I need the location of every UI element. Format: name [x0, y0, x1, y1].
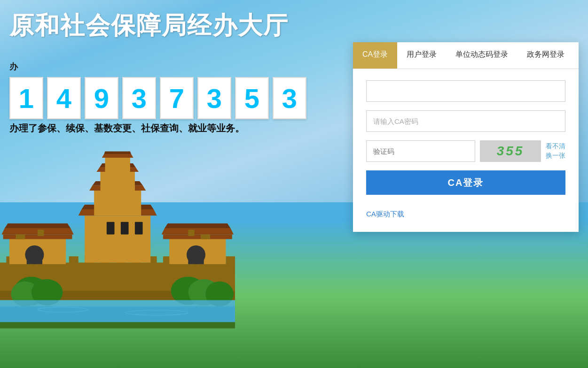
svg-rect-30 [107, 222, 115, 235]
svg-rect-42 [163, 235, 232, 239]
ca-download-link[interactable]: CA驱动下载 [366, 210, 404, 218]
svg-marker-28 [102, 154, 133, 158]
counter-section: 办 1 4 9 3 7 3 5 3 [9, 61, 306, 119]
captcha-row: 355 看不清 换一张 [366, 140, 565, 162]
tab-unit[interactable]: 单位动态码登录 [446, 42, 517, 69]
captcha-image[interactable]: 355 [480, 140, 541, 162]
tab-gov[interactable]: 政务网登录 [517, 42, 574, 69]
svg-rect-38 [38, 230, 44, 236]
tab-bar: CA登录 用户登录 单位动态码登录 政务网登录 [353, 42, 579, 69]
svg-rect-59 [0, 322, 235, 328]
tab-user[interactable]: 用户登录 [397, 42, 446, 69]
svg-rect-45 [201, 235, 210, 239]
counter-digits: 1 4 9 3 7 3 5 3 [9, 77, 306, 119]
subtitle-text: 办理了参保、续保、基数变更、社保查询、就业等业务。 [9, 122, 244, 135]
page-title: 原和社会保障局经办大厅 [9, 9, 289, 42]
ca-cert-input[interactable] [366, 80, 565, 102]
captcha-refresh-button[interactable]: 看不清 换一张 [546, 142, 565, 160]
svg-marker-44 [165, 223, 230, 228]
svg-rect-40 [27, 250, 42, 264]
captcha-input[interactable] [366, 140, 475, 162]
tab-ca[interactable]: CA登录 [353, 42, 397, 69]
digit-7: 3 [273, 77, 306, 119]
svg-rect-21 [94, 191, 141, 215]
svg-rect-27 [105, 158, 130, 172]
building-scene [0, 110, 235, 368]
digit-0: 1 [9, 77, 43, 119]
digit-2: 9 [85, 77, 118, 119]
svg-rect-48 [188, 250, 204, 264]
login-panel: CA登录 用户登录 单位动态码登录 政务网登录 355 [353, 42, 579, 232]
login-button-group: CA登录 [366, 170, 565, 201]
svg-rect-37 [16, 235, 25, 239]
ca-login-button[interactable]: CA登录 [366, 170, 565, 195]
svg-rect-24 [101, 172, 135, 191]
svg-marker-43 [162, 228, 234, 234]
svg-rect-34 [3, 235, 72, 239]
captcha-group: 355 看不清 换一张 [366, 140, 565, 162]
svg-rect-7 [69, 256, 78, 264]
svg-rect-46 [188, 230, 194, 236]
svg-marker-29 [104, 152, 131, 154]
ca-password-input[interactable] [366, 110, 565, 132]
counter-label: 办 [9, 61, 306, 72]
digit-5: 3 [197, 77, 231, 119]
svg-rect-32 [135, 222, 143, 235]
form-body: 355 看不清 换一张 CA登录 CA驱动下载 [353, 69, 579, 232]
digit-3: 3 [122, 77, 156, 119]
svg-rect-17 [226, 256, 235, 264]
ca-cert-group [366, 80, 565, 102]
svg-rect-31 [121, 222, 129, 235]
digit-4: 7 [160, 77, 194, 119]
svg-marker-36 [5, 223, 71, 228]
digit-6: 5 [235, 77, 269, 119]
ca-password-group [366, 110, 565, 132]
digit-1: 4 [47, 77, 81, 119]
